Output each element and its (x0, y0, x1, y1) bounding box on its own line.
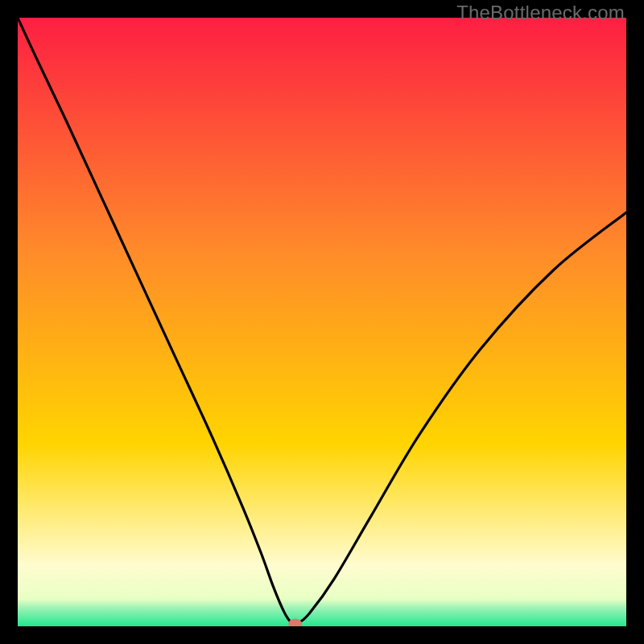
chart-frame (18, 18, 626, 626)
bottleneck-chart (18, 18, 626, 626)
gradient-background (18, 18, 626, 626)
watermark-text: TheBottleneck.com (456, 2, 625, 24)
